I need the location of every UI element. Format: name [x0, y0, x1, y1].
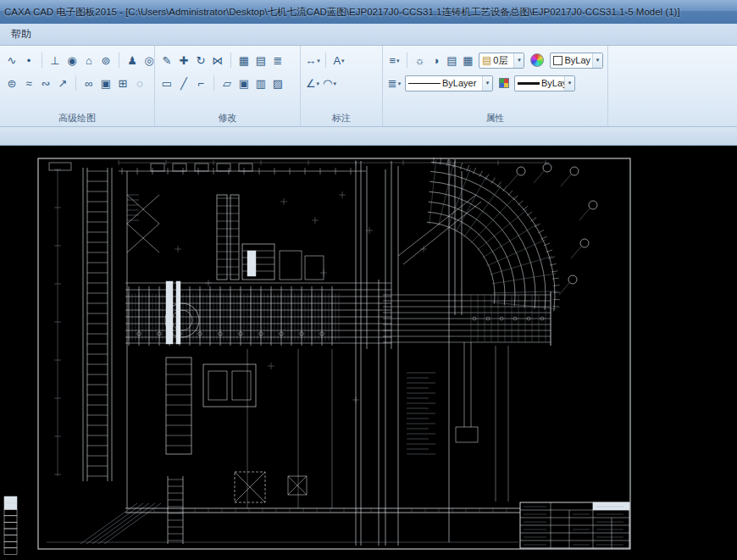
properties-row-2: ≣▾ ByLayer ▾ ByLay ▾ [385, 73, 605, 93]
polygon-icon[interactable]: ⌂ [81, 52, 97, 69]
layer-pick-icon[interactable]: ≡▾ [387, 52, 402, 69]
ribbon-group-dimension: ↔▾A▾ ∠▾◠▾ 标注 [301, 46, 383, 126]
angle-dimension-icon[interactable]: ∠▾ [305, 75, 320, 91]
ribbon-group-properties: ≡▾☼◑▤▦ ▤ 0层 ▾ ByLay ▾ ≣▾ ByLayer [383, 46, 608, 126]
linetype-combo[interactable]: ByLayer ▾ [405, 75, 493, 91]
color-combo-dropdown-icon[interactable]: ▾ [592, 53, 602, 68]
modify-row-2: ▭╱⌐▱▣▥▨ [158, 73, 297, 93]
lineweight-combo-dropdown-icon[interactable]: ▾ [564, 76, 574, 91]
dimension-row-1: ↔▾A▾ [303, 50, 380, 70]
figure-icon[interactable]: ♟ [125, 52, 140, 69]
rotate-icon[interactable]: ↻ [193, 52, 208, 69]
lineweight-sample [518, 82, 540, 85]
cad-drawing [0, 146, 737, 560]
layer-combo[interactable]: ▤ 0层 ▾ [479, 53, 524, 69]
chain-icon[interactable]: ∞ [81, 75, 97, 91]
modify-row-1: ✎✚↻⋈▦▤≣ [158, 50, 297, 70]
window-title: CAXA CAD 电子图板2015 - [C:\Users\Administra… [4, 6, 680, 19]
ribbon-group-advanced-drawing: ∿•⊥◉⌂⊚♟◎ ⊜≈∾↗∞▣⊞◌ 高级绘图 [0, 46, 155, 126]
ribbon-bottom-strip [0, 127, 737, 146]
point-icon[interactable]: • [21, 52, 36, 69]
dimension-row-2: ∠▾◠▾ [303, 73, 380, 93]
separator [230, 53, 231, 68]
lineweight-combo-value: ByLay [540, 78, 564, 88]
double-line-icon[interactable]: ∾ [38, 75, 53, 91]
trim-icon[interactable]: ╱ [176, 75, 191, 91]
layer-on-icon[interactable]: ☼ [413, 52, 427, 69]
properties-row-2-icons: ≣▾ [387, 75, 402, 91]
format-brush-icon[interactable]: ✎ [159, 52, 175, 69]
leader-arrow-icon[interactable]: ↗ [55, 75, 70, 91]
color-grid-glyph [499, 78, 509, 88]
circle-ref-icon[interactable]: ◌ [132, 75, 147, 91]
move-icon[interactable]: ✚ [176, 52, 191, 69]
donut-icon[interactable]: ⊚ [98, 52, 114, 69]
copy-icon[interactable]: ▣ [236, 75, 252, 91]
explode-icon[interactable]: ▨ [270, 75, 285, 91]
properties-row-1-icons: ≡▾☼◑▤▦ [387, 52, 475, 69]
layer-color-grid-icon[interactable] [496, 75, 511, 91]
offset-icon[interactable]: ≣ [270, 52, 285, 69]
layer-freeze-icon[interactable]: ◑ [429, 52, 443, 69]
advanced-drawing-row-2: ⊜≈∾↗∞▣⊞◌ [3, 73, 152, 93]
group-label-dimension: 标注 [303, 111, 380, 126]
color-combo[interactable]: ByLay ▾ [550, 53, 603, 69]
spline-icon[interactable]: ∿ [4, 52, 19, 69]
ribbon-empty-area [608, 46, 737, 126]
arc-dimension-icon[interactable]: ◠▾ [322, 75, 337, 91]
dimension-icon[interactable]: ↔▾ [305, 52, 320, 69]
linetype-combo-value: ByLayer [441, 78, 482, 88]
layer-print-icon[interactable]: ▤ [445, 52, 459, 69]
color-wheel-icon[interactable] [530, 53, 544, 67]
wave-line-icon[interactable]: ≈ [21, 75, 36, 91]
separator [407, 53, 407, 68]
menu-bar: 帮助 [0, 24, 737, 46]
perpendicular-icon[interactable]: ⊥ [47, 52, 63, 69]
ribbon-group-modify: ✎✚↻⋈▦▤≣ ▭╱⌐▱▣▥▨ 修改 [155, 46, 301, 126]
separator [325, 53, 326, 68]
layer-combo-dropdown-icon[interactable]: ▾ [513, 53, 524, 68]
linetype-sample [408, 83, 441, 84]
extend-icon[interactable]: ⌐ [193, 75, 208, 91]
title-bar: CAXA CAD 电子图板2015 - [C:\Users\Administra… [0, 0, 737, 24]
ribbon: ∿•⊥◉⌂⊚♟◎ ⊜≈∾↗∞▣⊞◌ 高级绘图 ✎✚↻⋈▦▤≣ ▭╱⌐▱▣▥▨ 修… [0, 46, 737, 127]
polar-array-icon[interactable]: ▤ [253, 52, 269, 69]
group-label-advanced-drawing: 高级绘图 [3, 111, 152, 126]
lineweight-combo[interactable]: ByLay ▾ [514, 75, 575, 91]
color-combo-value: ByLay [562, 55, 592, 65]
separator [213, 75, 214, 91]
text-annotation-icon[interactable]: A▾ [331, 52, 346, 69]
rectangle-icon[interactable]: ▭ [159, 75, 175, 91]
color-swatch [553, 56, 562, 65]
advanced-drawing-row-1: ∿•⊥◉⌂⊚♟◎ [3, 50, 152, 70]
box-fill-icon[interactable]: ▣ [98, 75, 114, 91]
separator [75, 75, 76, 91]
stretch-icon[interactable]: ▱ [219, 75, 235, 91]
menu-help[interactable]: 帮助 [3, 25, 39, 43]
properties-row-1: ≡▾☼◑▤▦ ▤ 0层 ▾ ByLay ▾ [385, 50, 605, 70]
layer-settings-icon[interactable]: ≣▾ [387, 75, 402, 91]
layer-combo-value: 0层 [491, 54, 513, 67]
rect-array-icon[interactable]: ▦ [236, 52, 252, 69]
grid-icon[interactable]: ⊞ [115, 75, 130, 91]
layer-icon: ▤ [482, 54, 491, 66]
group-label-properties: 属性 [385, 111, 605, 126]
eye-icon[interactable]: ◉ [64, 52, 80, 69]
linetype-combo-dropdown-icon[interactable]: ▾ [482, 76, 492, 91]
drawing-canvas[interactable] [0, 146, 737, 560]
mirror-icon[interactable]: ⋈ [210, 52, 225, 69]
paste-icon[interactable]: ▥ [253, 75, 269, 91]
layers-icon[interactable]: ▦ [461, 52, 475, 69]
separator [119, 53, 119, 68]
section-line-icon[interactable]: ⊜ [4, 75, 19, 91]
group-label-modify: 修改 [158, 111, 297, 126]
caxa-cad-window: CAXA CAD 电子图板2015 - [C:\Users\Administra… [0, 0, 737, 560]
separator [42, 53, 42, 68]
